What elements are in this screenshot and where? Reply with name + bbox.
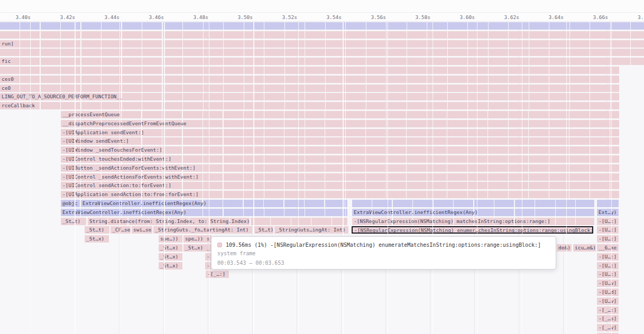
frame-segment[interactable]: __6…ke — [597, 244, 619, 252]
frame-segment[interactable]: rceCallback — [0, 102, 619, 109]
ruler-tick-label: 3.48s — [193, 14, 208, 20]
frame-segment[interactable]: run] — [0, 40, 644, 48]
tooltip-symbol: -[NSRegularExpression(NSMatching) enumer… — [270, 242, 541, 248]
frame-segment[interactable]: LING_OUT_TO_A_SOURCE0_PERFORM_FUNCTION__ — [0, 93, 619, 100]
frame-segment[interactable]: __processEventQueue — [61, 111, 619, 118]
frame-segment[interactable]: -[U…:] — [597, 218, 619, 225]
frame-segment[interactable]: -[UIControl sendAction:to:forEvent:] — [61, 182, 619, 189]
ruler-tick-label: 3.62s — [504, 14, 519, 20]
frame-segment[interactable] — [0, 49, 644, 56]
frame-segment[interactable]: -[_…v] — [597, 324, 619, 331]
frame-segment[interactable]: icu…e&) — [573, 244, 596, 252]
frame-segment[interactable]: -[U…:] — [597, 253, 619, 261]
frame-color-swatch-icon — [217, 243, 222, 247]
frame-segment[interactable]: -[U…:] — [597, 235, 619, 243]
frame-segment[interactable]: Ext…y) — [597, 209, 619, 216]
ruler-tick-label: 3. — [638, 14, 643, 20]
frame-segment[interactable]: ces0 — [0, 76, 619, 83]
frame-segment[interactable]: _St…x) — [183, 244, 207, 252]
frame-segment[interactable]: @objc — [61, 200, 80, 207]
tooltip-duration: 109.56ms — [226, 242, 251, 248]
ruler-tick-label: 3.56s — [371, 14, 386, 20]
frame-segment[interactable]: -[UIApplication sendEvent:] — [61, 129, 619, 136]
instruments-flame-chart-window: run]ficces0ce0LING_OUT_TO_A_SOURCE0_PERF… — [0, 0, 644, 334]
frame-segment[interactable]: ce0 — [0, 85, 619, 92]
frame-segment[interactable] — [0, 67, 619, 74]
frame-segment[interactable]: -[U…v] — [597, 298, 619, 305]
tooltip-note: system frame — [217, 249, 550, 258]
frame-segment[interactable]: de&) — [557, 244, 572, 252]
frame-segment[interactable]: _St…t) — [85, 226, 109, 234]
frame-segment[interactable]: -[U…d] — [597, 289, 619, 296]
frame-segment[interactable]: _St…x) — [159, 253, 182, 261]
frame-segment[interactable]: spe…)) — [183, 235, 207, 243]
frame-segment[interactable]: _St…x) — [159, 262, 182, 270]
frame-segment[interactable]: ExtraViewController.inefficientRegex(Any… — [81, 200, 347, 207]
frame-segment[interactable]: -[U…:] — [597, 262, 619, 270]
frame-segment[interactable]: _St…t) — [254, 226, 273, 234]
frame-segment[interactable]: __dispatchPreprocessedEventFromEventQueu… — [61, 120, 619, 127]
ruler-tick-label: 3.52s — [282, 14, 297, 20]
ruler-tick-label: 3.64s — [548, 14, 564, 20]
ruler-tick-label: 3.58s — [415, 14, 430, 20]
frame-segment[interactable] — [0, 22, 644, 30]
frame-segment[interactable] — [352, 200, 594, 207]
frame-segment[interactable]: -[UIControl touchesEnded:withEvent:] — [61, 155, 619, 163]
frame-segment[interactable]: -[UIButton _sendActionsForEvents:withEve… — [61, 164, 619, 172]
frame-segment[interactable]: -[_…:] — [597, 307, 619, 314]
frame-segment[interactable]: -[UIWindow sendEvent:] — [61, 137, 619, 145]
ruler-tick-label: 3.40s — [15, 14, 31, 20]
frame-segment[interactable]: fic — [0, 58, 644, 65]
ruler-tick-label: 3.54s — [326, 14, 342, 20]
frame-segment[interactable]: -[UIApplication sendAction:to:from:forEv… — [61, 191, 619, 198]
frame-segment[interactable]: _StringGuts._fo…tartingAt: Int) — [153, 226, 252, 234]
flame-chart-canvas[interactable]: run]ficces0ce0LING_OUT_TO_A_SOURCE0_PERF… — [0, 0, 644, 334]
frame-segment[interactable]: _St…x) — [85, 235, 109, 243]
frame-segment[interactable]: -[_…:] — [206, 271, 229, 278]
frame-segment[interactable]: -[U…v] — [597, 280, 619, 287]
ruler-tick-label: 3.42s — [60, 14, 75, 20]
frame-segment[interactable]: -[UIWindow _sendTouchesForEvent:] — [61, 146, 619, 154]
frame-segment[interactable]: swi…se — [132, 226, 152, 234]
ruler-tick-label: 3.66s — [593, 14, 608, 20]
frame-tooltip: 109.56ms (1%) -[NSRegularExpression(NSMa… — [211, 236, 556, 270]
ruler-tick-label: 3.46s — [149, 14, 164, 20]
frame-segment[interactable]: -[U…:] — [597, 271, 619, 278]
frame-segment[interactable] — [0, 31, 644, 39]
frame-segment[interactable]: _St…x) — [159, 244, 182, 252]
frame-segment[interactable]: ExtraViewController.inefficientRegex(Any… — [352, 209, 594, 216]
time-ruler[interactable]: 3.40s3.42s3.44s3.46s3.48s3.50s3.52s3.54s… — [0, 0, 644, 22]
frame-segment[interactable]: String.distance(from: String.Index, to: … — [88, 218, 347, 225]
tooltip-title-row: 109.56ms (1%) -[NSRegularExpression(NSMa… — [217, 240, 550, 249]
frame-segment[interactable]: -[UIControl _sendActionsForEvents:withEv… — [61, 173, 619, 181]
frame-segment[interactable]: ExtraViewController.inefficientRegex(Any… — [61, 209, 347, 216]
tooltip-percent: (1%) — [254, 242, 267, 248]
ruler-tick-label: 3.50s — [237, 14, 253, 20]
frame-segment[interactable]: spe…)) — [159, 235, 182, 243]
tooltip-time-range: 00:03.543 — 00:03.653 — [217, 258, 550, 268]
frame-segment[interactable]: _St…t) — [61, 218, 86, 225]
frame-segment[interactable]: -[_…s] — [597, 315, 619, 322]
ruler-tick-label: 3.60s — [459, 14, 475, 20]
frame-segment[interactable]: -[U…:] — [597, 226, 619, 234]
ruler-tick-label: 3.44s — [104, 14, 119, 20]
frame-segment[interactable] — [597, 200, 619, 207]
frame-segment[interactable]: -[NSRegularExpression(NSMatching) matche… — [352, 218, 594, 225]
frame-segment[interactable]: _StringGuts…ingAt: Int) — [274, 226, 348, 234]
frame-segment-selected[interactable]: -[NSRegularExpression(NSMatching) enumer… — [352, 226, 593, 234]
frame-segment[interactable]: _CF…se — [111, 226, 131, 234]
